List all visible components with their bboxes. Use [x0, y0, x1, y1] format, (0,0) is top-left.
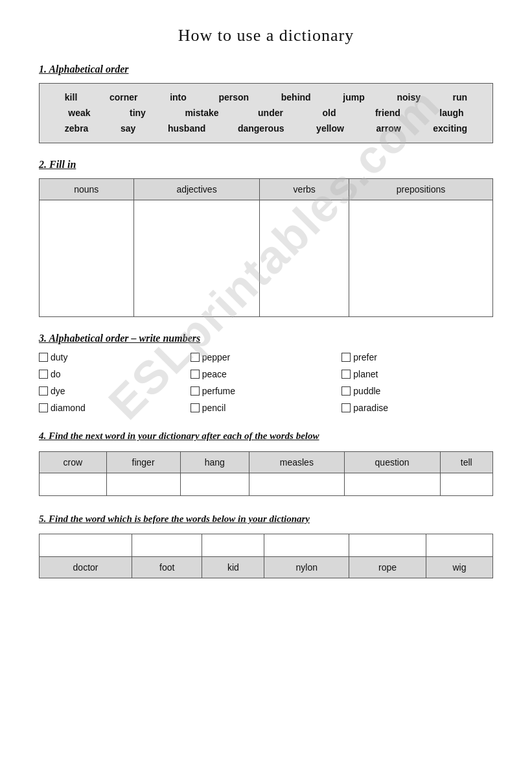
section3: 3. Alphabetical order – write numbers du…	[39, 333, 493, 413]
section1: 1. Alphabetical order killcornerintopers…	[39, 64, 493, 143]
adjectives-cell[interactable]	[133, 200, 260, 317]
prepositions-cell[interactable]	[349, 200, 493, 317]
checkbox-perfume: perfume	[191, 386, 342, 396]
col-prepositions: prepositions	[349, 179, 493, 200]
checkbox-planet: planet	[341, 369, 493, 379]
checkbox-dye-box[interactable]	[39, 386, 48, 396]
section5-heading: 5. Find the word which is before the wor…	[39, 512, 493, 527]
checkbox-diamond-box[interactable]	[39, 403, 48, 412]
s5-rope: rope	[349, 557, 426, 578]
word-into: into	[165, 90, 192, 106]
checkbox-diamond-label: diamond	[51, 403, 86, 413]
word-yellow: yellow	[311, 121, 349, 137]
s5-kid: kid	[202, 557, 264, 578]
s4-hang-answer[interactable]	[180, 473, 249, 495]
s4-measles-answer[interactable]	[249, 473, 344, 495]
checkbox-puddle-box[interactable]	[341, 386, 351, 396]
word-zebra: zebra	[60, 121, 94, 137]
word-arrow: arrow	[371, 121, 406, 137]
checkbox-perfume-label: perfume	[202, 386, 235, 396]
checkbox-diamond: diamond	[39, 403, 191, 413]
s4-crow: crow	[40, 451, 107, 473]
checkbox-planet-box[interactable]	[341, 370, 351, 379]
s5-foot-answer[interactable]	[132, 534, 202, 557]
word-row-2: weaktinymistakeunderoldfriendlaugh	[49, 106, 483, 121]
s5-rope-answer[interactable]	[349, 534, 426, 557]
checkbox-duty-box[interactable]	[39, 353, 48, 362]
word-tiny: tiny	[124, 106, 151, 121]
checkbox-peace-box[interactable]	[191, 370, 200, 379]
section4-header-row: crow finger hang measles question tell	[40, 451, 493, 473]
s4-tell: tell	[440, 451, 492, 473]
checkbox-perfume-box[interactable]	[191, 386, 200, 396]
section5-blank-row	[40, 534, 493, 557]
checkbox-paradise: paradise	[341, 403, 493, 413]
checkbox-duty: duty	[39, 352, 191, 362]
col-adjectives: adjectives	[133, 179, 260, 200]
checkbox-prefer-box[interactable]	[341, 353, 351, 362]
checkbox-paradise-label: paradise	[353, 403, 388, 413]
checkbox-paradise-box[interactable]	[341, 403, 351, 412]
checkbox-pepper-label: pepper	[202, 352, 231, 362]
s4-measles: measles	[249, 451, 344, 473]
word-jump: jump	[338, 90, 369, 106]
s5-wig: wig	[426, 557, 492, 578]
s5-wig-answer[interactable]	[426, 534, 492, 557]
checkbox-dye: dye	[39, 386, 191, 396]
word-dangerous: dangerous	[233, 121, 290, 137]
checkbox-peace-label: peace	[202, 369, 227, 379]
checkbox-do-box[interactable]	[39, 370, 48, 379]
nouns-cell[interactable]	[40, 200, 134, 317]
checkbox-pencil-box[interactable]	[191, 403, 200, 412]
checkbox-planet-label: planet	[353, 369, 378, 379]
col-nouns: nouns	[40, 179, 134, 200]
section4-answer-row	[40, 473, 493, 495]
s5-doctor-answer[interactable]	[40, 534, 132, 557]
s5-kid-answer[interactable]	[202, 534, 264, 557]
checkbox-dye-label: dye	[51, 386, 65, 396]
word-row-1: killcornerintopersonbehindjumpnoisyrun	[49, 90, 483, 106]
col-verbs: verbs	[260, 179, 349, 200]
word-mistake: mistake	[179, 106, 224, 121]
checkbox-puddle-label: puddle	[353, 386, 380, 396]
word-kill: kill	[60, 90, 82, 106]
word-row-3: zebrasayhusbanddangerousyellowarrowexcit…	[49, 121, 483, 137]
word-weak: weak	[63, 106, 95, 121]
s4-tell-answer[interactable]	[440, 473, 492, 495]
checkbox-pencil: pencil	[191, 403, 342, 413]
checkbox-prefer-label: prefer	[353, 352, 377, 362]
word-old: old	[317, 106, 341, 121]
section5: 5. Find the word which is before the wor…	[39, 512, 493, 579]
checkbox-puddle: puddle	[341, 386, 493, 396]
checkbox-pepper-box[interactable]	[191, 353, 200, 362]
verbs-cell[interactable]	[260, 200, 349, 317]
word-under: under	[253, 106, 288, 121]
section4-heading: 4. Find the next word in your dictionary…	[39, 429, 493, 444]
s4-finger-answer[interactable]	[106, 473, 180, 495]
checkbox-do-label: do	[51, 369, 61, 379]
section3-heading: 3. Alphabetical order – write numbers	[39, 333, 493, 344]
s5-nylon-answer[interactable]	[264, 534, 349, 557]
word-say: say	[115, 121, 141, 137]
page-title: How to use a dictionary	[39, 26, 493, 45]
s4-hang: hang	[180, 451, 249, 473]
checkbox-pencil-label: pencil	[202, 403, 226, 413]
s4-question: question	[344, 451, 440, 473]
word-friend: friend	[370, 106, 406, 121]
s4-crow-answer[interactable]	[40, 473, 107, 495]
section2: 2. Fill in nouns adjectives verbs prepos…	[39, 159, 493, 317]
section5-table: doctor foot kid nylon rope wig	[39, 534, 493, 578]
section4: 4. Find the next word in your dictionary…	[39, 429, 493, 496]
fill-table: nouns adjectives verbs prepositions	[39, 178, 493, 317]
s4-question-answer[interactable]	[344, 473, 440, 495]
checkbox-grid: duty pepper prefer do peace planet dye	[39, 352, 493, 413]
checkbox-pepper: pepper	[191, 352, 342, 362]
s5-nylon: nylon	[264, 557, 349, 578]
word-exciting: exciting	[428, 121, 472, 137]
checkbox-do: do	[39, 369, 191, 379]
word-noisy: noisy	[391, 90, 426, 106]
section4-table: crow finger hang measles question tell	[39, 451, 493, 496]
section1-heading: 1. Alphabetical order	[39, 64, 493, 75]
s5-foot: foot	[132, 557, 202, 578]
checkbox-peace: peace	[191, 369, 342, 379]
